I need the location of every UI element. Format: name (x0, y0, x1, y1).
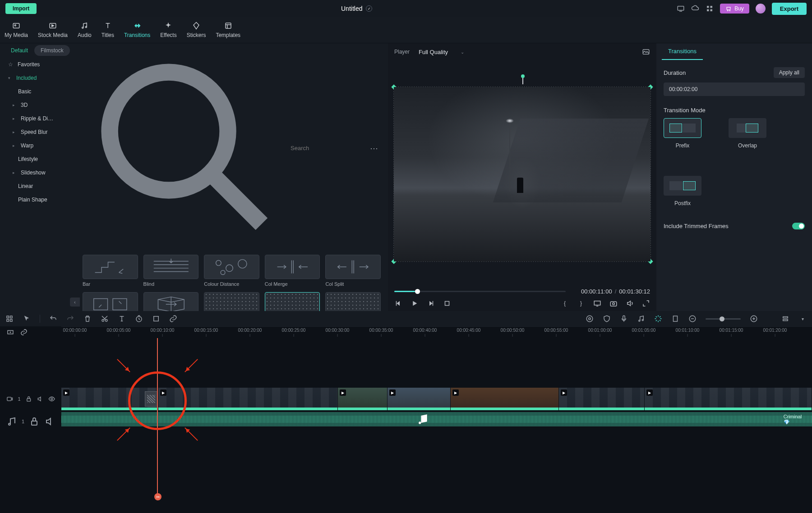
search-input[interactable] (291, 145, 366, 151)
apply-all-button[interactable]: Apply all (774, 67, 805, 78)
cat-warp[interactable]: ▸Warp (0, 139, 79, 152)
playhead[interactable] (157, 338, 158, 500)
cat-included[interactable]: ▾Included (0, 71, 79, 85)
shield-icon[interactable] (603, 315, 611, 323)
quality-selector[interactable]: Full Quality ⌄ (419, 49, 464, 55)
collapse-sidebar-button[interactable]: ‹ (70, 298, 80, 307)
link-tracks-icon[interactable] (20, 328, 28, 336)
picture-icon[interactable] (642, 48, 650, 56)
nav-effects[interactable]: Effects (160, 22, 176, 38)
nav-audio[interactable]: Audio (78, 22, 92, 38)
zoom-slider[interactable] (706, 318, 741, 320)
cat-linear[interactable]: Linear (0, 179, 79, 193)
mic-icon[interactable] (620, 315, 628, 323)
cat-speedblur[interactable]: ▸Speed Blur (0, 125, 79, 139)
nav-titles[interactable]: Titles (102, 22, 114, 38)
time-ruler[interactable]: 00:00:00:0000:00:05:0000:00:10:0000:00:1… (61, 326, 812, 338)
buy-button[interactable]: Buy (720, 4, 749, 14)
nav-my-media[interactable]: My Media (5, 22, 28, 38)
properties-tab[interactable]: Transitions (662, 43, 703, 60)
link-icon[interactable] (169, 315, 177, 323)
video-clip[interactable]: ▶ (645, 388, 812, 410)
lock-icon[interactable] (29, 410, 40, 433)
speed-icon[interactable] (135, 315, 143, 323)
play-button[interactable] (411, 299, 419, 307)
cat-lifestyle[interactable]: Lifestyle (0, 152, 79, 166)
more-menu-icon[interactable]: ⋯ (370, 143, 379, 153)
crop-tool-icon[interactable] (152, 315, 160, 323)
snapshot-icon[interactable] (609, 299, 618, 307)
cat-ripple[interactable]: ▸Ripple & Di… (0, 112, 79, 125)
nav-transitions[interactable]: Transitions (124, 22, 150, 38)
transition-col-split[interactable]: Col Split (325, 255, 381, 287)
transition-fade-grayscale[interactable]: Fade Grayscale (325, 292, 381, 311)
player-viewport[interactable] (393, 87, 651, 262)
transition-indicator[interactable] (145, 391, 157, 407)
next-frame-button[interactable] (427, 299, 435, 307)
music-icon[interactable] (637, 315, 645, 323)
transition-colour-distance[interactable]: Colour Distance (204, 255, 259, 287)
mute-icon[interactable] (37, 388, 43, 410)
duration-input[interactable]: 00:00:02:00 (664, 82, 805, 96)
view-mode-icon[interactable] (781, 315, 789, 323)
redo-icon[interactable] (66, 315, 74, 323)
transition-blind[interactable]: Blind (143, 255, 199, 287)
video-clip[interactable]: ▶ (158, 388, 338, 410)
delete-icon[interactable] (83, 315, 92, 323)
cut-icon[interactable] (101, 315, 109, 323)
marker-icon[interactable] (671, 315, 679, 323)
tab-default[interactable]: Default (5, 45, 34, 56)
audio-track[interactable]: Criminal 💎 (61, 412, 812, 426)
transition-cube[interactable]: Cube (143, 292, 199, 311)
apps-icon[interactable] (706, 5, 714, 13)
cloud-icon[interactable] (691, 5, 699, 13)
cut-marker[interactable]: ✂ (154, 493, 161, 500)
lock-icon[interactable] (25, 388, 32, 410)
snap-icon[interactable] (654, 315, 662, 323)
undo-icon[interactable] (49, 315, 57, 323)
tracks-canvas[interactable]: ✂ ▶ ▶ ▶ ▶ ▶ ▶ ▶ Criminal 💎 (61, 338, 812, 500)
video-clip[interactable]: ▶ (451, 388, 559, 410)
transition-dissolve[interactable]: Dissolve (204, 292, 259, 311)
import-button[interactable]: Import (5, 3, 37, 14)
mode-postfix[interactable]: Postfix (664, 176, 701, 206)
display-icon[interactable] (677, 5, 685, 13)
cat-slideshow[interactable]: ▸Slideshow (0, 166, 79, 179)
progress-bar[interactable] (394, 291, 566, 292)
transition-col-merge[interactable]: Col Merge (265, 255, 320, 287)
mode-prefix[interactable]: Prefix (664, 118, 701, 149)
video-clip[interactable]: ▶ (338, 388, 388, 410)
tab-filmstock[interactable]: Filmstock (34, 45, 70, 56)
transition-col-split-2[interactable]: Col Split 2 (83, 292, 138, 311)
mute-icon[interactable] (44, 410, 55, 433)
color-icon[interactable] (586, 315, 594, 323)
frame-marker[interactable] (522, 77, 523, 84)
stop-button[interactable] (443, 299, 451, 307)
zoom-out-icon[interactable] (688, 315, 697, 323)
transition-bar[interactable]: Bar (83, 255, 138, 287)
cat-3d[interactable]: ▸3D (0, 98, 79, 112)
mode-overlap[interactable]: Overlap (729, 118, 766, 149)
layout-icon[interactable] (5, 315, 14, 323)
cursor-icon[interactable] (23, 315, 31, 323)
video-clip[interactable]: ▶ (388, 388, 451, 410)
cat-basic[interactable]: Basic (0, 85, 79, 98)
cat-plainshape[interactable]: Plain Shape (0, 193, 79, 206)
cat-favorites[interactable]: ☆Favorites (0, 58, 79, 71)
video-clip[interactable]: ▶ (559, 388, 645, 410)
trimmed-toggle[interactable] (792, 223, 805, 229)
nav-stock-media[interactable]: Stock Media (38, 22, 68, 38)
video-clip[interactable]: ▶ (61, 388, 131, 410)
brace-left-icon[interactable]: { (561, 299, 569, 307)
prev-frame-button[interactable] (394, 299, 402, 307)
avatar[interactable] (756, 4, 766, 14)
zoom-in-icon[interactable] (750, 315, 758, 323)
expand-icon[interactable] (642, 299, 650, 307)
view-dropdown-icon[interactable]: ▾ (798, 315, 807, 323)
brace-right-icon[interactable]: } (577, 299, 585, 307)
export-button[interactable]: Export (772, 3, 807, 15)
volume-icon[interactable] (626, 299, 634, 307)
eye-icon[interactable] (48, 388, 55, 410)
track-add-icon[interactable] (6, 328, 14, 336)
nav-templates[interactable]: Templates (216, 22, 240, 38)
